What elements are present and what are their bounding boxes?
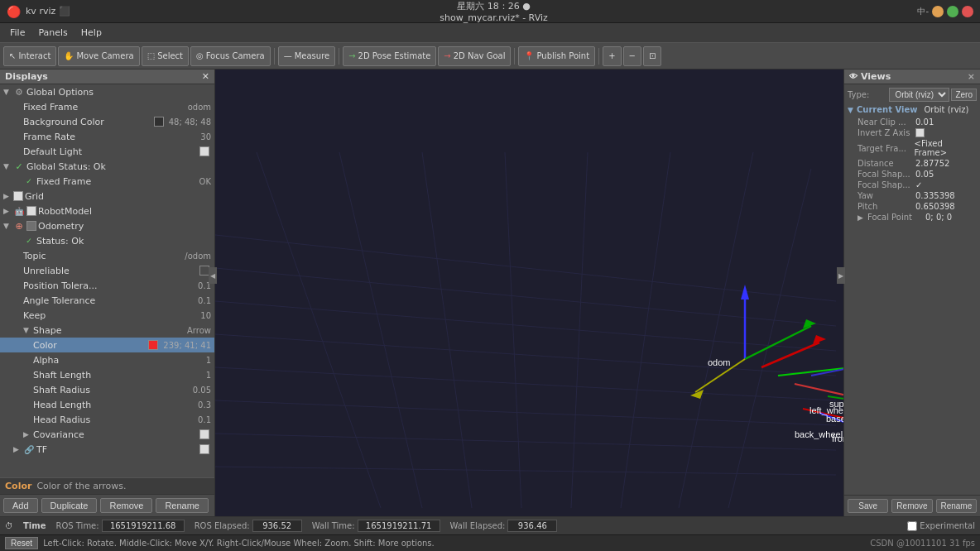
odometry-toggle: ▼: [3, 222, 12, 230]
titlebar-left: 🔴 kv rviz ⬛: [7, 5, 70, 18]
odometry-topic-row[interactable]: Topic /odom: [0, 248, 214, 263]
zoom-in-button[interactable]: +: [603, 46, 621, 66]
robot-model-checkbox[interactable]: [26, 206, 36, 216]
select-button[interactable]: ⬚ Select: [142, 46, 189, 66]
menu-file[interactable]: File: [3, 26, 31, 40]
odometry-unreliable-row[interactable]: Unreliable: [0, 263, 214, 278]
odometry-shape-row[interactable]: ▼ Shape Arrow: [0, 323, 214, 338]
add-button[interactable]: Add: [3, 498, 38, 513]
odometry-shaft-length-value: 1: [206, 371, 211, 380]
focal-point-row[interactable]: ▶ Focal Point 0; 0; 0: [848, 212, 977, 223]
remove-button[interactable]: Remove: [100, 498, 152, 513]
viewport-svg: odom laser supper left_wheel right_wheel…: [215, 69, 843, 516]
close-button[interactable]: [962, 6, 973, 17]
odometry-head-radius-row[interactable]: Head Radius 0.1: [0, 412, 214, 427]
focal-shape2-row[interactable]: Focal Shap... ✓: [848, 180, 977, 190]
duplicate-button[interactable]: Duplicate: [41, 498, 98, 513]
datetime: 星期六 18：26 ●: [457, 1, 531, 12]
zoom-out-button[interactable]: −: [623, 46, 641, 66]
odometry-keep-row[interactable]: Keep 10: [0, 308, 214, 323]
global-status-fixed-frame-value: OK: [199, 177, 211, 186]
3d-viewport[interactable]: odom laser supper left_wheel right_wheel…: [215, 69, 843, 516]
rename-button[interactable]: Rename: [156, 498, 209, 513]
odometry-checkbox[interactable]: [26, 221, 36, 231]
views-close-button[interactable]: ×: [968, 71, 975, 82]
odometry-covariance-checkbox[interactable]: [199, 429, 209, 439]
odometry-shaft-radius-row[interactable]: Shaft Radius 0.05: [0, 382, 214, 397]
near-clip-row[interactable]: Near Clip ... 0.01: [848, 117, 977, 127]
zero-button[interactable]: Zero: [951, 89, 977, 101]
wall-time-label: Wall Time:: [312, 521, 355, 530]
camera-reset-icon: ⊡: [649, 51, 656, 60]
2d-pose-button[interactable]: → 2D Pose Estimate: [343, 46, 436, 66]
odometry-covariance-row[interactable]: ▶ Covariance: [0, 427, 214, 442]
publish-point-button[interactable]: 📍 Publish Point: [518, 46, 595, 66]
tf-row[interactable]: ▶ 🔗 TF: [0, 442, 214, 457]
grid-checkbox[interactable]: [13, 191, 23, 201]
measure-button[interactable]: — Measure: [278, 46, 336, 66]
focus-camera-icon: ◎: [196, 51, 204, 60]
odometry-covariance-label: Covariance: [33, 429, 199, 440]
invert-z-checkbox[interactable]: [915, 128, 925, 137]
window-title: show_mycar.rviz* - RViz: [440, 12, 547, 23]
background-color-row[interactable]: Background Color 48; 48; 48: [0, 114, 214, 129]
interact-button[interactable]: ↖ Interact: [3, 46, 56, 66]
maximize-button[interactable]: [947, 6, 958, 17]
odometry-row[interactable]: ▼ ⊕ Odometry: [0, 218, 214, 233]
odometry-position-tol-label: Position Tolera...: [23, 280, 195, 291]
tf-checkbox[interactable]: [199, 444, 209, 454]
views-rename-button[interactable]: Rename: [936, 499, 977, 513]
system-tray: 中-: [917, 6, 929, 17]
odometry-status-row[interactable]: ✓ Status: Ok: [0, 233, 214, 248]
menu-help[interactable]: Help: [74, 26, 108, 40]
minimize-button[interactable]: [932, 6, 944, 17]
fixed-frame-label: Fixed Frame: [23, 102, 185, 113]
odometry-position-tol-row[interactable]: Position Tolera... 0.1: [0, 278, 214, 293]
odometry-color-row[interactable]: Color 239; 41; 41: [0, 338, 214, 352]
global-options-row[interactable]: ▼ ⚙ Global Options: [0, 84, 214, 99]
distance-label: Distance: [858, 159, 915, 168]
views-type-select[interactable]: Orbit (rviz): [889, 88, 949, 102]
focus-camera-button[interactable]: ◎ Focus Camera: [190, 46, 271, 66]
odometry-angle-tol-row[interactable]: Angle Tolerance 0.1: [0, 293, 214, 308]
default-light-row[interactable]: Default Light: [0, 144, 214, 159]
views-save-button[interactable]: Save: [848, 499, 888, 513]
fixed-frame-row[interactable]: Fixed Frame odom: [0, 99, 214, 114]
toolbar-separator-1: [274, 48, 275, 65]
views-remove-button[interactable]: Remove: [891, 499, 932, 513]
odometry-shaft-radius-label: Shaft Radius: [33, 385, 190, 395]
target-frame-row[interactable]: Target Fra... <Fixed Frame>: [848, 138, 977, 158]
wall-elapsed-value: 936.46: [507, 520, 557, 532]
timebar: ⏱ Time ROS Time: 1651919211.68 ROS Elaps…: [0, 516, 980, 534]
focal-shape1-row[interactable]: Focal Shap... 0.05: [848, 169, 977, 180]
pitch-row[interactable]: Pitch 0.650398: [848, 201, 977, 212]
move-camera-button[interactable]: ✋ Move Camera: [58, 46, 139, 66]
odometry-alpha-row[interactable]: Alpha 1: [0, 352, 214, 367]
global-status-fixed-frame-row[interactable]: ✓ Fixed Frame OK: [0, 174, 214, 189]
default-light-checkbox[interactable]: [199, 146, 209, 156]
robot-model-row[interactable]: ▶ 🤖 RobotModel: [0, 204, 214, 218]
tf-icon: 🔗: [23, 445, 35, 454]
distance-row[interactable]: Distance 2.87752: [848, 158, 977, 169]
invert-z-row[interactable]: Invert Z Axis: [848, 127, 977, 138]
global-status-row[interactable]: ▼ ✓ Global Status: Ok: [0, 159, 214, 174]
odometry-label: Odometry: [38, 221, 211, 232]
reset-button[interactable]: Reset: [5, 537, 38, 549]
check-icon: ✓: [23, 177, 35, 185]
right-splitter[interactable]: ▶: [837, 267, 845, 284]
odometry-head-length-row[interactable]: Head Length 0.3: [0, 397, 214, 412]
fixed-frame-value: odom: [188, 103, 211, 112]
odometry-shaft-length-row[interactable]: Shaft Length 1: [0, 367, 214, 382]
left-splitter[interactable]: ◀: [209, 267, 217, 284]
frame-rate-row[interactable]: Frame Rate 30: [0, 129, 214, 144]
experimental-checkbox[interactable]: [907, 521, 917, 531]
tf-toggle: ▶: [13, 445, 22, 453]
current-view-label: Current View: [857, 105, 918, 114]
menu-panels[interactable]: Panels: [31, 26, 74, 40]
displays-close-button[interactable]: ✕: [202, 71, 209, 82]
yaw-row[interactable]: Yaw 0.335398: [848, 190, 977, 201]
camera-reset-button[interactable]: ⊡: [643, 46, 661, 66]
grid-row[interactable]: ▶ Grid: [0, 189, 214, 204]
2d-nav-button[interactable]: → 2D Nav Goal: [438, 46, 511, 66]
left-panel: Displays ✕ ▼ ⚙ Global Options Fixed Fram…: [0, 69, 215, 516]
